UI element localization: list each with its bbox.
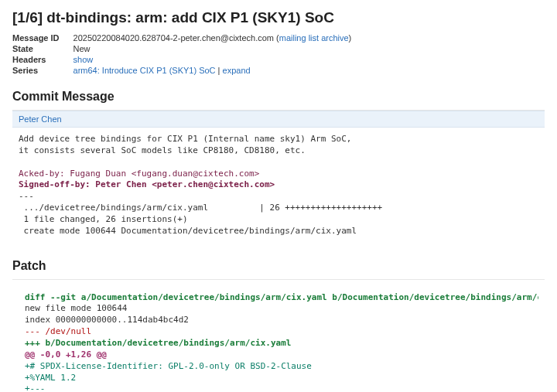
- meta-message-id-value: 20250220084020.628704-2-peter.chen@cixte…: [73, 32, 357, 43]
- diff-header: diff --git a/Documentation/devicetree/bi…: [25, 292, 538, 302]
- commit-body-2: --- .../devicetree/bindings/arm/cix.yaml…: [19, 191, 382, 236]
- commit-acked-by: Acked-by: Fugang Duan <fugang.duan@cixte…: [19, 169, 259, 179]
- series-link[interactable]: arm64: Introduce CIX P1 (SKY1) SoC: [73, 66, 216, 75]
- patch-heading: Patch: [12, 259, 545, 273]
- series-expand-link[interactable]: expand: [223, 66, 251, 75]
- patch-box: diff --git a/Documentation/devicetree/bi…: [12, 279, 545, 392]
- diff-minus: --- /dev/null: [25, 326, 91, 336]
- diff-meta-index: index 000000000000..114dab4bc4d2: [25, 315, 189, 325]
- headers-show-link[interactable]: show: [73, 55, 94, 64]
- meta-message-id-label: Message ID: [12, 32, 73, 43]
- meta-table: Message ID 20250220084020.628704-2-peter…: [12, 32, 356, 76]
- meta-headers-label: Headers: [12, 54, 73, 65]
- commit-message-body: Add device tree bindings for CIX P1 (Int…: [12, 128, 545, 245]
- commit-signed-off: Signed-off-by: Peter Chen <peter.chen@ci…: [19, 179, 275, 189]
- meta-state-value: New: [73, 43, 357, 54]
- diff-added: +# SPDX-License-Identifier: GPL-2.0-only…: [25, 361, 312, 392]
- page-title: [1/6] dt-bindings: arm: add CIX P1 (SKY1…: [12, 9, 545, 26]
- commit-message-heading: Commit Message: [12, 90, 545, 104]
- commit-author-link[interactable]: Peter Chen: [19, 114, 62, 124]
- diff-plus: +++ b/Documentation/devicetree/bindings/…: [25, 338, 291, 348]
- diff-hunk: @@ -0,0 +1,26 @@: [25, 349, 107, 360]
- meta-state-label: State: [12, 43, 73, 54]
- message-id-text: 20250220084020.628704-2-peter.chen@cixte…: [73, 33, 274, 43]
- meta-series-label: Series: [12, 65, 73, 76]
- patch-body: diff --git a/Documentation/devicetree/bi…: [19, 286, 538, 392]
- commit-box: Peter Chen Add device tree bindings for …: [12, 110, 545, 245]
- commit-body-1: Add device tree bindings for CIX P1 (Int…: [19, 134, 351, 155]
- diff-meta-mode: new file mode 100644: [25, 303, 127, 313]
- mailing-list-archive-link[interactable]: mailing list archive: [279, 33, 349, 43]
